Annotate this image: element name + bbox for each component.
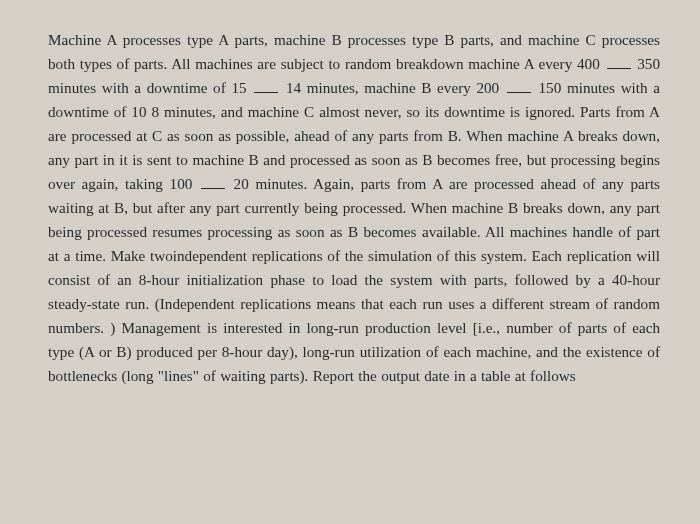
- blank-3: [507, 79, 531, 93]
- blank-2: [254, 79, 278, 93]
- document-paragraph: Machine A processes type A parts, machin…: [48, 28, 660, 388]
- blank-1: [607, 55, 631, 69]
- text-segment-3: 14 minutes, machine B every 200: [286, 79, 499, 96]
- text-segment-1: Machine A processes type A parts, machin…: [48, 31, 660, 72]
- text-segment-5: 20 minutes. Again, parts from A are proc…: [48, 175, 660, 384]
- blank-4: [201, 175, 225, 189]
